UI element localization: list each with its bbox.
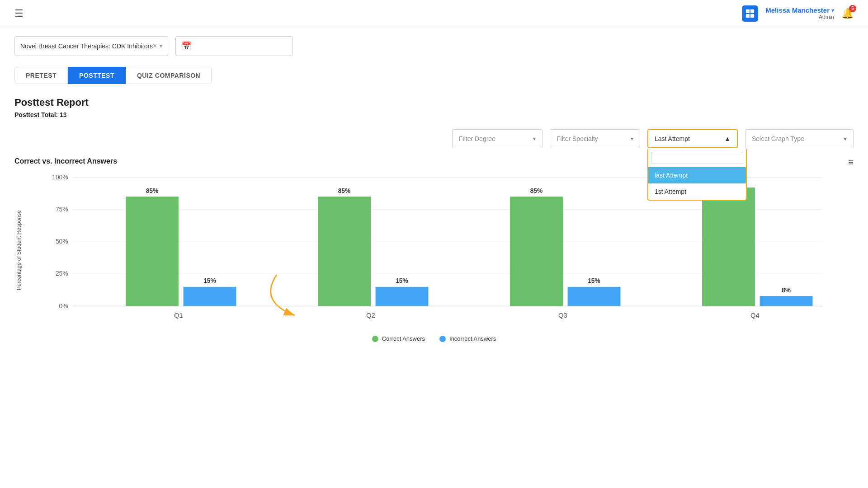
filter-attempt-container: Last Attempt ▲ last Attempt 1st Attempt	[647, 129, 738, 148]
svg-rect-0	[746, 9, 750, 13]
svg-text:100%: 100%	[52, 174, 68, 181]
course-select[interactable]: Novel Breast Cancer Therapies: CDK Inhib…	[14, 36, 168, 56]
filter-specialty[interactable]: Filter Specialty ▾	[550, 129, 640, 148]
svg-rect-1	[750, 9, 754, 13]
svg-text:15%: 15%	[588, 277, 600, 284]
header-left: ☰	[14, 8, 24, 19]
degree-arrow-icon: ▾	[533, 136, 536, 142]
calendar-icon: 📅	[181, 41, 191, 51]
course-clear-icon[interactable]: ×	[153, 42, 157, 50]
incorrect-dot	[439, 336, 446, 342]
header: ☰ Melissa Manchester ▾ Admin 🔔 5	[0, 0, 868, 27]
legend-correct: Correct Answers	[372, 335, 425, 342]
notification-count: 5	[849, 5, 856, 12]
user-role: Admin	[819, 14, 834, 20]
bar-q3-incorrect	[568, 287, 621, 306]
tabs-bar: PRETEST POSTTEST QUIZ COMPARISON	[14, 67, 854, 84]
filter-attempt[interactable]: Last Attempt ▲	[647, 129, 738, 148]
svg-text:Q3: Q3	[558, 312, 567, 319]
top-filter-bar: Novel Breast Cancer Therapies: CDK Inhib…	[14, 36, 854, 56]
attempt-search-input[interactable]	[651, 152, 743, 164]
svg-text:85%: 85%	[146, 187, 159, 194]
graph-type-label: Select Graph Type	[752, 135, 804, 142]
filter-row: Filter Degree ▾ Filter Specialty ▾ Last …	[14, 129, 854, 148]
user-text: Melissa Manchester ▾ Admin	[765, 6, 834, 20]
app-logo	[742, 5, 758, 22]
notifications-bell[interactable]: 🔔 5	[841, 8, 854, 19]
attempt-search	[648, 149, 746, 167]
report-header: Posttest Report Posttest Total: 13	[14, 97, 854, 118]
svg-text:Q2: Q2	[366, 312, 375, 319]
correct-dot	[372, 336, 378, 342]
tab-quiz-comparison[interactable]: QUIZ COMPARISON	[126, 67, 212, 84]
course-name: Novel Breast Cancer Therapies: CDK Inhib…	[20, 42, 153, 50]
svg-text:15%: 15%	[396, 277, 408, 284]
attempt-option-last[interactable]: last Attempt	[648, 167, 746, 183]
svg-text:85%: 85%	[530, 187, 543, 194]
svg-text:8%: 8%	[782, 286, 791, 294]
svg-text:75%: 75%	[56, 206, 68, 213]
svg-text:Q4: Q4	[750, 312, 760, 319]
filter-degree-label: Filter Degree	[459, 135, 495, 142]
graph-type-select[interactable]: Select Graph Type ▾	[745, 129, 854, 148]
incorrect-label: Incorrect Answers	[449, 335, 496, 342]
course-arrow-icon: ▾	[160, 43, 162, 49]
date-filter[interactable]: 📅	[175, 36, 293, 56]
svg-text:15%: 15%	[203, 277, 216, 284]
attempt-dropdown-menu: last Attempt 1st Attempt	[647, 149, 747, 201]
header-right: Melissa Manchester ▾ Admin 🔔 5	[742, 5, 854, 22]
bar-q2-incorrect	[376, 287, 429, 306]
report-total: 13	[60, 111, 67, 118]
attempt-option-first[interactable]: 1st Attempt	[648, 183, 746, 200]
attempt-up-arrow-icon: ▲	[724, 135, 731, 142]
attempt-current-label: Last Attempt	[655, 135, 690, 142]
svg-text:0%: 0%	[59, 302, 68, 310]
filter-degree[interactable]: Filter Degree ▾	[452, 129, 542, 148]
report-subtitle: Posttest Total: 13	[14, 111, 854, 118]
svg-text:Q1: Q1	[174, 312, 183, 319]
hamburger-menu[interactable]: ☰	[14, 8, 24, 19]
bar-q4-correct	[702, 188, 755, 306]
bar-q4-incorrect	[760, 296, 813, 306]
correct-label: Correct Answers	[382, 335, 425, 342]
tab-posttest[interactable]: POSTTEST	[68, 67, 126, 84]
tab-pretest[interactable]: PRETEST	[14, 67, 68, 84]
user-chevron-icon: ▾	[831, 7, 834, 14]
graph-type-arrow-icon: ▾	[844, 135, 847, 142]
chart-legend: Correct Answers Incorrect Answers	[14, 335, 854, 342]
svg-rect-2	[746, 14, 750, 17]
svg-rect-3	[750, 14, 754, 17]
y-axis-label: Percentage of Student Response	[14, 173, 24, 328]
legend-incorrect: Incorrect Answers	[439, 335, 496, 342]
bar-q2-correct	[318, 197, 371, 306]
user-info[interactable]: Melissa Manchester ▾ Admin	[765, 6, 834, 20]
svg-text:25%: 25%	[56, 270, 68, 277]
filter-specialty-label: Filter Specialty	[557, 135, 598, 142]
chart-menu-icon[interactable]: ≡	[848, 157, 854, 168]
report-title: Posttest Report	[14, 97, 854, 108]
svg-text:85%: 85%	[338, 187, 351, 194]
bar-q1-incorrect	[184, 287, 236, 306]
svg-text:50%: 50%	[56, 238, 68, 245]
specialty-arrow-icon: ▾	[631, 136, 633, 142]
bar-q1-correct	[126, 197, 179, 306]
bar-q3-correct	[510, 197, 563, 306]
main-content: Novel Breast Cancer Therapies: CDK Inhib…	[0, 27, 868, 351]
app-logo-icon	[745, 9, 755, 19]
user-name: Melissa Manchester	[765, 6, 830, 14]
